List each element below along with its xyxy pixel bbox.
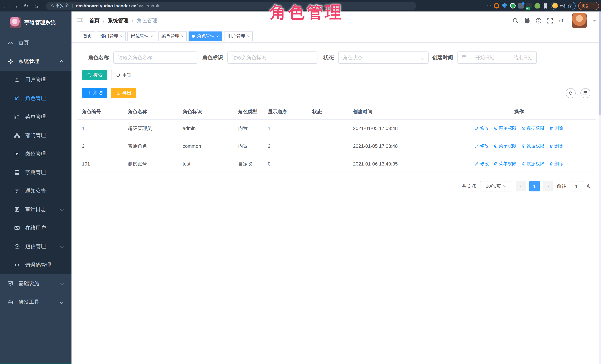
fullscreen-icon[interactable] bbox=[547, 17, 553, 24]
extension-icon[interactable] bbox=[510, 3, 516, 9]
active-dot bbox=[192, 35, 195, 38]
status-select[interactable]: 角色状态 bbox=[338, 51, 429, 64]
back-icon[interactable]: ← bbox=[0, 3, 10, 9]
caret-down-icon[interactable] bbox=[593, 20, 596, 23]
chrome-update-button[interactable]: 更新 ⋮ bbox=[578, 2, 599, 10]
reload-icon[interactable]: ↻ bbox=[21, 2, 31, 9]
tag-roles[interactable]: 角色管理× bbox=[189, 31, 222, 41]
close-icon[interactable]: × bbox=[150, 34, 153, 38]
data-permission-link[interactable]: 数据权限 bbox=[521, 125, 544, 131]
tag-home[interactable]: 首页 bbox=[80, 31, 95, 41]
refresh-button[interactable] bbox=[566, 88, 576, 98]
role-key-input-wrap bbox=[227, 51, 317, 64]
pagination: 共 3 条 10条/页 ‹ 1 › 前往 页 bbox=[71, 181, 591, 191]
edit-link[interactable]: 修改 bbox=[475, 125, 489, 131]
scrollbar-thumb[interactable] bbox=[599, 11, 601, 115]
page-number-1[interactable]: 1 bbox=[529, 181, 540, 191]
close-icon[interactable]: × bbox=[247, 34, 250, 38]
goto-page-input[interactable] bbox=[570, 181, 583, 191]
extension-icon[interactable] bbox=[518, 3, 524, 9]
extension-icon[interactable] bbox=[494, 3, 499, 9]
tag-users[interactable]: 用户管理× bbox=[224, 31, 253, 41]
extensions-puzzle-icon[interactable] bbox=[543, 3, 548, 9]
date-range-picker[interactable]: 开始日期 - 结束日期 bbox=[458, 51, 537, 64]
delete-link[interactable]: 删除 bbox=[549, 143, 563, 149]
sidebar-item-online-users[interactable]: 在线用户 bbox=[0, 219, 71, 237]
user-icon bbox=[14, 77, 20, 83]
tag-posts[interactable]: 岗位管理× bbox=[128, 31, 156, 41]
sidebar-item-posts[interactable]: 岗位管理 bbox=[0, 145, 71, 163]
home-icon[interactable]: ⌂ bbox=[31, 3, 41, 9]
role-key-input[interactable] bbox=[232, 55, 313, 60]
role-name-label: 角色名称 bbox=[88, 54, 109, 61]
forward-icon[interactable]: → bbox=[10, 3, 21, 9]
reset-button[interactable]: 重置 bbox=[111, 70, 136, 80]
sidebar-item-roles[interactable]: 角色管理 bbox=[0, 89, 71, 108]
sms-icon bbox=[14, 244, 20, 250]
github-icon[interactable] bbox=[524, 17, 531, 24]
font-size-icon[interactable]: TT bbox=[558, 17, 565, 24]
export-button[interactable]: 导出 bbox=[111, 88, 136, 98]
edit-link[interactable]: 修改 bbox=[475, 143, 489, 149]
delete-link[interactable]: 删除 bbox=[549, 161, 563, 167]
role-name-input[interactable] bbox=[118, 55, 193, 60]
security-label[interactable]: 不安全 bbox=[56, 3, 69, 9]
scrollbar[interactable] bbox=[599, 11, 601, 364]
sidebar-item-system[interactable]: 系统管理 bbox=[0, 52, 71, 71]
code-icon bbox=[14, 262, 20, 268]
column-settings-button[interactable] bbox=[581, 88, 591, 98]
data-permission-link[interactable]: 数据权限 bbox=[521, 161, 544, 167]
address-bar[interactable]: ⚠ 不安全 | dashboard.yudao.iocoder.cn/syste… bbox=[46, 2, 416, 10]
app-logo[interactable]: 芋道管理系统 bbox=[0, 11, 71, 34]
sidebar-item-infrastructure[interactable]: 基础设施 bbox=[0, 274, 71, 293]
tag-departments[interactable]: 部门管理× bbox=[97, 31, 126, 41]
search-button[interactable]: 搜索 bbox=[82, 70, 107, 80]
sidebar-item-users[interactable]: 用户管理 bbox=[0, 71, 71, 89]
sidebar-item-dev-tools[interactable]: 研发工具 bbox=[0, 293, 71, 311]
sidebar-item-error-codes[interactable]: 错误码管理 bbox=[0, 256, 71, 274]
search-icon[interactable] bbox=[512, 17, 519, 24]
sidebar-item-departments[interactable]: 部门管理 bbox=[0, 126, 71, 145]
extension-icon[interactable] bbox=[534, 3, 540, 9]
filter-form: 角色名称 角色标识 状态 角色状态 创建时间 开始日期 - 结束日期 bbox=[88, 51, 601, 64]
menu-permission-link[interactable]: 菜单权限 bbox=[494, 161, 517, 167]
tag-menus[interactable]: 菜单管理× bbox=[158, 31, 187, 41]
edit-link[interactable]: 修改 bbox=[475, 161, 489, 167]
close-icon[interactable]: × bbox=[181, 34, 183, 38]
chevron-up-icon bbox=[60, 60, 63, 63]
breadcrumb-system[interactable]: 系统管理 bbox=[108, 17, 129, 24]
screen: ← → ↻ ⌂ ⚠ 不安全 | dashboard.yudao.iocoder.… bbox=[0, 0, 601, 364]
sidebar-item-audit-log[interactable]: 审计日志 bbox=[0, 200, 71, 219]
sidebar-item-sms[interactable]: 短信管理 bbox=[0, 237, 71, 256]
bookmark-star-icon[interactable]: ☆ bbox=[487, 3, 491, 9]
badge-icon bbox=[14, 151, 20, 157]
search-button-row: 搜索 重置 bbox=[82, 70, 601, 80]
help-icon[interactable]: ? bbox=[535, 17, 542, 24]
sidebar-item-notice[interactable]: 通知公告 bbox=[0, 182, 71, 200]
chevron-down-icon bbox=[504, 184, 507, 187]
extension-icon[interactable]: on bbox=[526, 3, 532, 9]
extension-icon[interactable] bbox=[502, 3, 508, 9]
prev-page-button[interactable]: ‹ bbox=[516, 181, 526, 191]
menu-permission-link[interactable]: 菜单权限 bbox=[494, 125, 517, 131]
next-page-button[interactable]: › bbox=[543, 181, 553, 191]
chevron-down-icon bbox=[60, 245, 63, 248]
sidebar-item-menus[interactable]: 菜单管理 bbox=[0, 108, 71, 126]
avatar[interactable] bbox=[572, 13, 587, 28]
delete-link[interactable]: 删除 bbox=[549, 125, 563, 131]
sidebar-item-dict[interactable]: 字典管理 bbox=[0, 163, 71, 182]
data-permission-link[interactable]: 数据权限 bbox=[521, 143, 544, 149]
create-time-label: 创建时间 bbox=[432, 54, 453, 61]
hamburger-icon[interactable] bbox=[77, 17, 83, 25]
logo-image bbox=[10, 17, 21, 28]
sidebar-item-home[interactable]: 首页 bbox=[0, 34, 71, 52]
menu-permission-link[interactable]: 菜单权限 bbox=[494, 143, 517, 149]
close-icon[interactable]: × bbox=[217, 34, 219, 38]
browser-menu-icon[interactable]: ⋮ bbox=[592, 4, 596, 8]
page-size-select[interactable]: 10条/页 bbox=[480, 181, 512, 191]
breadcrumb-home[interactable]: 首页 bbox=[89, 17, 100, 24]
close-icon[interactable]: × bbox=[120, 34, 122, 38]
svg-text:T: T bbox=[561, 18, 564, 23]
add-button[interactable]: 新增 bbox=[82, 88, 107, 98]
profile-paused-chip[interactable]: 已暂停 bbox=[551, 2, 576, 10]
